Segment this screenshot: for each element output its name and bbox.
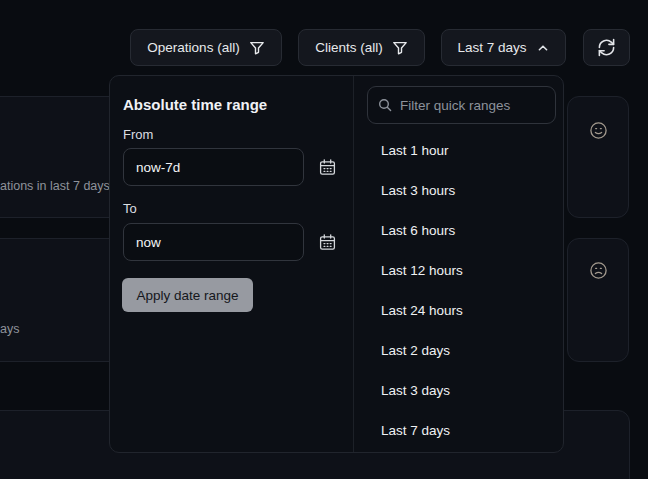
refresh-icon [597,38,616,57]
quick-range-item[interactable]: Last 24 hours [368,291,560,331]
quick-range-item[interactable]: Last 7 days [368,411,560,451]
operations-filter-label: Operations (all) [147,40,239,55]
apply-date-range-button[interactable]: Apply date range [122,278,253,312]
clients-filter-label: Clients (all) [315,40,383,55]
quick-range-list: Last 1 hour Last 3 hours Last 6 hours La… [368,131,560,451]
time-range-dropdown-panel: Absolute time range From To Apply date r… [109,75,564,453]
quick-range-filter [367,86,556,124]
to-calendar-button[interactable] [315,232,339,256]
stat-card-caption-fragment: ays [0,322,19,336]
to-input[interactable] [123,223,304,261]
refresh-button[interactable] [583,29,630,66]
chevron-up-icon [536,41,550,55]
quick-range-item[interactable]: Last 3 days [368,371,560,411]
to-label: To [123,201,137,216]
frowning-face-icon [587,259,610,286]
quick-range-item[interactable]: Last 6 hours [368,211,560,251]
stat-card-row1-right [567,96,629,218]
funnel-icon [249,40,265,56]
calendar-icon [318,158,337,177]
time-range-label: Last 7 days [457,40,526,55]
clients-filter-button[interactable]: Clients (all) [298,29,425,66]
quick-range-item[interactable]: Last 3 hours [368,171,560,211]
panel-divider [353,76,354,452]
quick-range-filter-input[interactable] [367,86,556,124]
from-calendar-button[interactable] [315,157,339,181]
quick-range-item[interactable]: Last 1 hour [368,131,560,171]
from-label: From [123,127,153,142]
quick-range-item[interactable]: Last 12 hours [368,251,560,291]
from-input[interactable] [123,148,304,186]
calendar-icon [318,233,337,252]
absolute-range-title: Absolute time range [123,96,267,113]
stat-card-caption-fragment: ations in last 7 days [0,179,110,193]
stat-card-row2-right [567,238,629,362]
funnel-icon [392,40,408,56]
quick-range-item[interactable]: Last 2 days [368,331,560,371]
operations-filter-button[interactable]: Operations (all) [130,29,282,66]
time-range-dropdown-button[interactable]: Last 7 days [441,29,566,66]
smiley-face-icon [587,119,610,146]
